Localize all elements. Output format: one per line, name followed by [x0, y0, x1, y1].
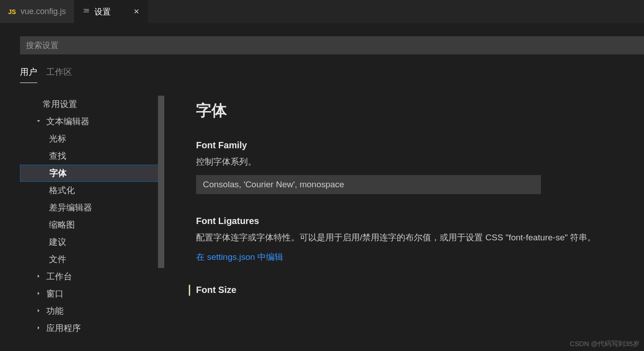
scope-tab-workspace[interactable]: 工作区 — [46, 66, 72, 83]
sidebar-item-features[interactable]: 功能 — [20, 302, 164, 320]
tab-vue-config[interactable]: JS vue.config.js — [0, 0, 74, 23]
scrollbar-thumb[interactable] — [158, 96, 164, 268]
sidebar-item-diff-editor[interactable]: 差异编辑器 — [20, 199, 164, 216]
js-icon: JS — [8, 8, 16, 15]
search-box[interactable] — [20, 36, 644, 54]
sidebar-item-window[interactable]: 窗口 — [20, 285, 164, 302]
chevron-down-icon — [35, 118, 46, 126]
sidebar-item-label: 光标 — [49, 133, 66, 145]
tab-label: vue.config.js — [20, 7, 66, 16]
sidebar-item-label: 差异编辑器 — [49, 202, 92, 214]
sidebar-item-label: 查找 — [49, 150, 66, 162]
edit-in-settings-json-link[interactable]: 在 settings.json 中编辑 — [196, 252, 283, 262]
sidebar-item-cursor[interactable]: 光标 — [20, 130, 164, 147]
sidebar-item-formatting[interactable]: 格式化 — [20, 182, 164, 199]
setting-description: 控制字体系列。 — [196, 155, 644, 169]
setting-title: Font Family — [196, 140, 644, 151]
watermark: CSDN @代码写到35岁 — [570, 340, 639, 348]
sidebar-item-label: 格式化 — [49, 185, 75, 196]
chevron-right-icon — [35, 290, 46, 298]
sidebar-item-minimap[interactable]: 缩略图 — [20, 216, 164, 234]
sidebar-item-text-editor[interactable]: 文本编辑器 — [20, 113, 164, 130]
sidebar-item-label: 缩略图 — [49, 219, 75, 231]
search-input[interactable] — [26, 41, 638, 50]
sidebar-item-application[interactable]: 应用程序 — [20, 320, 164, 337]
setting-font-ligatures: Font Ligatures 配置字体连字或字体特性。可以是用于启用/禁用连字的… — [196, 216, 644, 263]
settings-icon — [83, 7, 90, 16]
settings-main: 字体 Font Family 控制字体系列。 Font Ligatures 配置… — [164, 96, 644, 351]
setting-title: Font Ligatures — [196, 216, 644, 226]
tabs-bar: JS vue.config.js 设置 ✕ — [0, 0, 644, 24]
sidebar-item-label: 常用设置 — [43, 98, 77, 110]
sidebar-item-label: 字体 — [49, 167, 67, 179]
chevron-right-icon — [35, 325, 46, 332]
sidebar-item-label: 功能 — [46, 305, 64, 317]
settings-content: 用户 工作区 常用设置 文本编辑器 光标 查找 字体 — [0, 24, 644, 351]
sidebar-item-label: 窗口 — [46, 288, 64, 300]
scope-tabs: 用户 工作区 — [20, 66, 644, 83]
sidebar-item-label: 文本编辑器 — [46, 116, 89, 127]
sidebar-item-suggestions[interactable]: 建议 — [20, 234, 164, 251]
font-family-input[interactable] — [196, 175, 541, 194]
close-icon[interactable]: ✕ — [133, 7, 139, 16]
sidebar-item-files[interactable]: 文件 — [20, 251, 164, 268]
sidebar-item-label: 文件 — [49, 253, 66, 265]
sidebar-item-find[interactable]: 查找 — [20, 147, 164, 165]
chevron-right-icon — [35, 273, 46, 281]
settings-heading: 字体 — [196, 100, 644, 121]
sidebar-item-label: 应用程序 — [46, 322, 81, 334]
sidebar-item-label: 工作台 — [46, 271, 72, 283]
tab-settings[interactable]: 设置 ✕ — [74, 0, 148, 23]
setting-description: 配置字体连字或字体特性。可以是用于启用/禁用连字的布尔值，或用于设置 CSS "… — [196, 231, 644, 244]
setting-title: Font Size — [196, 285, 644, 295]
sidebar-item-workbench[interactable]: 工作台 — [20, 268, 164, 285]
settings-body: 常用设置 文本编辑器 光标 查找 字体 格式化 差异编辑器 — [20, 96, 644, 351]
sidebar-item-label: 建议 — [49, 236, 66, 248]
setting-font-size: Font Size — [196, 285, 644, 295]
settings-sidebar: 常用设置 文本编辑器 光标 查找 字体 格式化 差异编辑器 — [20, 96, 164, 351]
chevron-right-icon — [35, 307, 46, 315]
setting-font-family: Font Family 控制字体系列。 — [196, 140, 644, 194]
tab-label: 设置 — [94, 6, 111, 17]
sidebar-item-font[interactable]: 字体 — [20, 165, 164, 182]
sidebar-item-common[interactable]: 常用设置 — [20, 96, 164, 113]
scope-tab-user[interactable]: 用户 — [20, 66, 37, 83]
